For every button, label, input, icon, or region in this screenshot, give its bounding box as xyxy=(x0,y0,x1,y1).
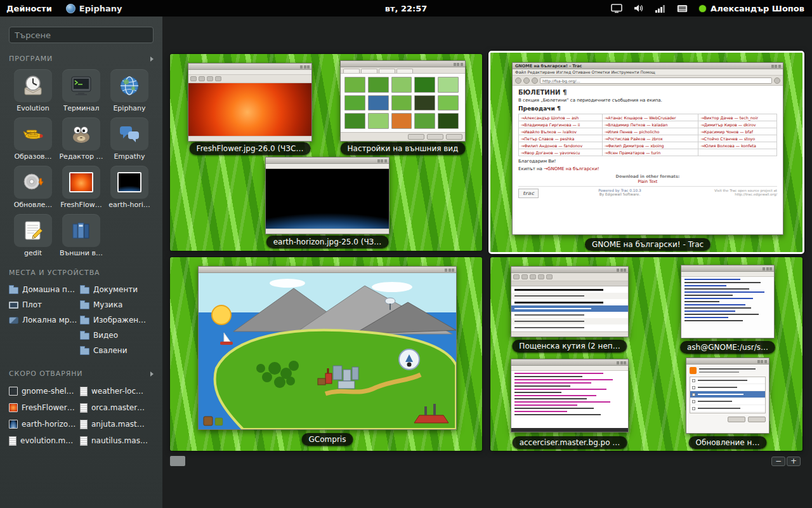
update-icon xyxy=(690,367,697,374)
user-menu[interactable]: Александър Шопов xyxy=(699,4,804,13)
back-icon[interactable] xyxy=(515,77,521,84)
network-icon[interactable] xyxy=(655,4,665,13)
folder-icon xyxy=(80,318,89,324)
app-tile xyxy=(14,214,52,247)
app-item-freshflower[interactable]: FreshFlow… xyxy=(57,166,105,209)
places-section-header: МЕСТА И УСТРОЙСТВА xyxy=(9,269,154,277)
gnome-bg-link[interactable]: →GNOME на български! xyxy=(544,166,599,171)
gedit-icon xyxy=(21,219,45,242)
place-item-network[interactable]: Локална мр… xyxy=(9,312,80,328)
recent-label: anjuta.mast… xyxy=(91,420,145,429)
place-item-videos[interactable]: Видео xyxy=(80,328,154,343)
activities-button[interactable]: Дейности xyxy=(6,4,52,13)
recent-item-freshflower[interactable]: FreshFlower… xyxy=(9,399,80,416)
window-caption-vim: accerciser.master.bg.po … xyxy=(513,436,627,449)
mail-column-header xyxy=(511,281,628,286)
programs-section-header: ПРОГРАМИ xyxy=(9,55,154,63)
app-item-terminal[interactable]: Терминал xyxy=(57,69,105,112)
window-titlebar xyxy=(188,64,311,70)
epiphany-icon xyxy=(117,74,141,97)
window-gcompris[interactable] xyxy=(198,266,457,430)
window-caption-mailbox: Пощенска кутия (2 неп… xyxy=(512,340,627,352)
window-terminal[interactable] xyxy=(681,265,775,338)
place-item-desktop[interactable]: Плот xyxy=(9,297,80,312)
window-earth-horizon[interactable] xyxy=(265,157,390,234)
window-vim-po[interactable] xyxy=(511,359,629,432)
page-footer: trac Powered by Trac 0.10.3By Edgewall S… xyxy=(518,186,777,198)
recent-item-weather[interactable]: weather-loc… xyxy=(80,383,154,399)
app-item-gcompris[interactable]: Образов… xyxy=(9,117,57,161)
recent-item-earth-horizon[interactable]: earth-horizo… xyxy=(9,416,80,432)
workspace-2-active[interactable]: GNOME на български! - Trac Файл Редактир… xyxy=(488,51,804,254)
top-bar: Дейности Epiphany вт, 22:57 Александър Ш… xyxy=(0,0,812,17)
place-label: Музика xyxy=(93,300,122,309)
updates-list xyxy=(690,377,766,413)
volume-icon[interactable] xyxy=(634,4,644,13)
recent-item-evolution-po[interactable]: evolution.m… xyxy=(9,432,80,449)
expander-icon[interactable] xyxy=(150,57,154,62)
reload-icon[interactable] xyxy=(532,77,538,84)
recent-item-orca[interactable]: orca.master… xyxy=(80,399,154,416)
window-mailbox[interactable] xyxy=(511,266,629,337)
place-item-home[interactable]: Домашна п… xyxy=(9,282,80,297)
dialog-buttons xyxy=(341,132,465,141)
place-item-music[interactable]: Музика xyxy=(80,297,154,312)
updates-header xyxy=(686,364,769,375)
remove-workspace-button[interactable]: − xyxy=(771,457,785,466)
workspace-1[interactable]: FreshFlower.jpg-26.0 (ЧЗС… Настройки на … xyxy=(170,54,482,251)
places-list: Домашна п… Плот Локална мр… Документи Му… xyxy=(9,282,154,358)
terminal-icon xyxy=(69,74,93,97)
go-icon[interactable] xyxy=(774,77,780,84)
window-menubar xyxy=(681,272,774,277)
app-tile xyxy=(110,69,148,102)
place-label: Локална мр… xyxy=(22,316,77,324)
app-grid: Evolution Терминал Epiphany Образов… Ред… xyxy=(9,69,154,257)
app-item-epiphany[interactable]: Epiphany xyxy=(105,69,154,112)
window-menubar xyxy=(266,164,389,169)
recent-item-nautilus[interactable]: nautilus.mas… xyxy=(80,432,154,449)
app-menu[interactable]: Epiphany xyxy=(66,4,122,13)
window-freshflower[interactable] xyxy=(188,63,312,142)
app-item-updates[interactable]: Обновле… xyxy=(9,166,57,209)
url-bar[interactable]: http://fsa-bg.org/… xyxy=(540,77,772,84)
workspace-indicator[interactable] xyxy=(170,456,185,466)
updates-content xyxy=(686,364,769,433)
clock[interactable]: вт, 22:57 xyxy=(385,4,428,13)
app-label: Обновле… xyxy=(14,201,53,209)
workspace-4[interactable]: Пощенска кутия (2 неп… ash@GNOME:/usr/s… xyxy=(490,257,802,451)
window-trac-browser[interactable]: GNOME на български! - Trac Файл Редактир… xyxy=(512,62,783,235)
keyboard-icon[interactable] xyxy=(677,4,688,13)
workspace-3[interactable]: GCompris xyxy=(170,257,482,451)
app-tile xyxy=(62,214,100,247)
window-appearance[interactable] xyxy=(340,60,466,142)
app-item-evolution[interactable]: Evolution xyxy=(9,69,57,112)
expander-icon[interactable] xyxy=(150,371,154,377)
window-updates[interactable] xyxy=(686,358,769,434)
recent-item-anjuta[interactable]: anjuta.mast… xyxy=(80,416,154,432)
network-place-icon xyxy=(9,317,18,324)
window-titlebar xyxy=(681,265,774,272)
flower-image xyxy=(188,83,311,136)
add-workspace-button[interactable]: + xyxy=(787,457,801,466)
place-item-downloads[interactable]: Свалени xyxy=(80,343,154,358)
plain-text-link[interactable]: Plain Text xyxy=(518,179,777,184)
recent-label: orca.master… xyxy=(91,403,145,412)
display-icon[interactable] xyxy=(611,4,622,13)
recent-label: earth-horizo… xyxy=(22,420,75,429)
place-item-pictures[interactable]: Изображен… xyxy=(80,312,154,328)
app-item-volumes[interactable]: Външни в… xyxy=(57,214,105,257)
window-caption-appearance: Настройки на външния вид xyxy=(341,142,466,155)
earth-thumbnail-icon xyxy=(117,172,141,192)
app-item-empathy[interactable]: Empathy xyxy=(105,117,154,161)
recent-item-gnome-shell[interactable]: gnome-shel… xyxy=(9,383,80,399)
place-item-documents[interactable]: Документи xyxy=(80,282,154,297)
mail-list xyxy=(511,286,628,331)
search-input[interactable] xyxy=(9,27,154,43)
forward-icon[interactable] xyxy=(523,77,530,84)
app-item-gedit[interactable]: gedit xyxy=(9,214,57,257)
window-toolbar xyxy=(511,273,628,281)
app-menu-label: Epiphany xyxy=(79,4,122,13)
window-caption-updates: Обновление н… xyxy=(689,436,767,449)
app-item-earth[interactable]: earth-hori… xyxy=(105,166,154,209)
app-item-gimp[interactable]: Редактор … xyxy=(57,117,105,161)
